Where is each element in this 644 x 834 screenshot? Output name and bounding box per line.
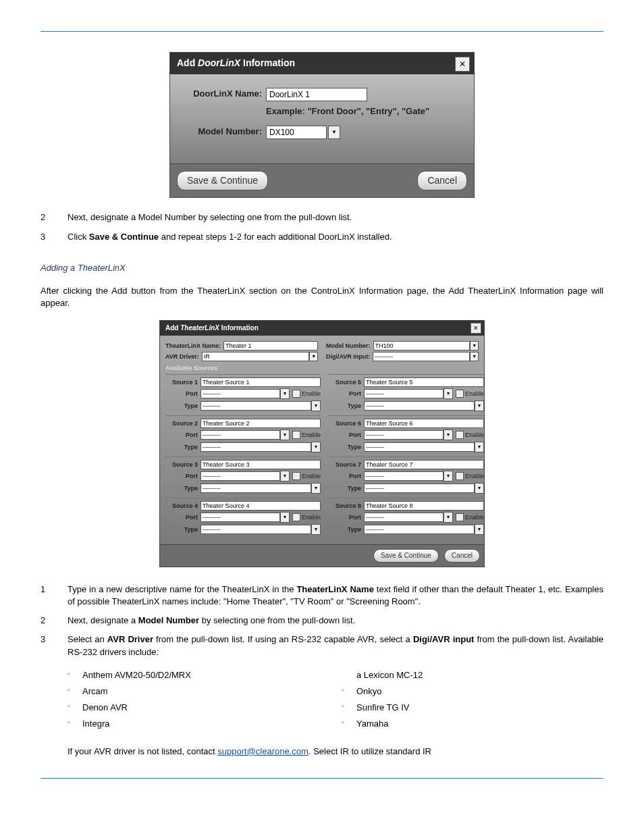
th-step-2-num: 2 (41, 615, 68, 627)
header-rule (41, 31, 603, 32)
chevron-down-icon[interactable]: ▼ (475, 483, 484, 494)
type-label: Type (165, 525, 200, 534)
source-label: Source 4 (165, 502, 200, 511)
port-input[interactable] (200, 513, 280, 522)
model-number-select[interactable]: ▼ (266, 126, 463, 139)
doorlinx-name-input[interactable] (266, 88, 367, 101)
port-input[interactable] (364, 430, 444, 440)
chevron-down-icon[interactable]: ▼ (444, 429, 453, 440)
avr-item: Sunfire TG IV (356, 702, 603, 714)
avr-item: Yamaha (356, 718, 603, 730)
avr-driver-label: AVR Driver: (165, 353, 199, 361)
source-name-input[interactable] (364, 460, 484, 469)
type-label: Type (165, 443, 200, 452)
type-input[interactable] (200, 401, 311, 411)
port-input[interactable] (200, 471, 280, 481)
save-continue-button[interactable]: Save & Continue (373, 549, 439, 563)
bullet-icon: ▫ (68, 685, 82, 698)
doorlinx-name-label: DoorLinX Name: (181, 88, 266, 100)
type-input[interactable] (200, 525, 311, 534)
bullet-icon: ▫ (342, 718, 356, 730)
enable-checkbox[interactable]: Enable (292, 513, 321, 522)
add-doorlinx-dialog: Add DoorLinX Information ✕ DoorLinX Name… (169, 52, 475, 198)
chevron-down-icon[interactable]: ▼ (444, 512, 453, 523)
chevron-down-icon[interactable]: ▼ (280, 471, 290, 481)
cancel-button[interactable]: Cancel (417, 171, 467, 191)
add-theaterlinx-dialog: Add TheaterLinX Information ✕ TheaterLin… (159, 320, 485, 567)
enable-checkbox[interactable]: Enable (292, 390, 321, 398)
digi-avr-input[interactable] (373, 352, 470, 361)
chevron-down-icon[interactable]: ▼ (280, 388, 290, 399)
th-step-3-num: 3 (41, 633, 68, 658)
enable-checkbox[interactable]: Enable (292, 472, 321, 481)
avr-item: Arcam (82, 685, 329, 698)
port-label: Port (165, 472, 200, 481)
enable-checkbox[interactable]: Enable (292, 431, 321, 440)
bullet-icon: ▫ (342, 685, 356, 698)
source-label: Source 7 (329, 461, 364, 469)
model-number-input[interactable] (373, 341, 471, 350)
bullet-icon: ▫ (68, 669, 82, 681)
th-step-2-text: Next, designate a Model Number by select… (68, 615, 603, 627)
enable-checkbox[interactable]: Enable (456, 431, 484, 440)
support-email-link[interactable]: support@clearone.com (217, 746, 308, 756)
type-label: Type (165, 402, 200, 411)
save-continue-button[interactable]: Save & Continue (177, 171, 268, 191)
source-name-input[interactable] (200, 460, 321, 469)
chevron-down-icon[interactable]: ▼ (311, 400, 321, 411)
close-icon[interactable]: ✕ (471, 323, 481, 334)
chevron-down-icon[interactable]: ▼ (311, 483, 321, 494)
type-input[interactable] (364, 484, 475, 493)
chevron-down-icon[interactable]: ▼ (470, 352, 479, 361)
chevron-down-icon[interactable]: ▼ (470, 341, 479, 350)
port-input[interactable] (364, 513, 444, 522)
chevron-down-icon[interactable]: ▼ (328, 126, 340, 139)
port-input[interactable] (364, 389, 444, 398)
source-name-input[interactable] (364, 501, 484, 511)
adding-theaterlinx-heading: Adding a TheaterLinX (41, 262, 603, 274)
avr-item: Anthem AVM20-50/D2/MRX (82, 669, 329, 681)
port-input[interactable] (364, 471, 444, 481)
enable-checkbox[interactable]: Enable (456, 513, 484, 522)
bullet-icon: ▫ (68, 718, 82, 730)
chevron-down-icon[interactable]: ▼ (475, 400, 484, 411)
source-name-input[interactable] (200, 501, 321, 511)
close-icon[interactable]: ✕ (455, 57, 470, 72)
type-input[interactable] (364, 442, 475, 452)
source-name-input[interactable] (364, 377, 484, 387)
type-label: Type (329, 484, 364, 493)
type-input[interactable] (364, 401, 475, 411)
port-input[interactable] (200, 389, 280, 398)
th-step-1-num: 1 (41, 583, 68, 608)
source-name-input[interactable] (364, 419, 484, 428)
type-label: Type (329, 525, 364, 534)
source-name-input[interactable] (200, 419, 321, 428)
chevron-down-icon[interactable]: ▼ (311, 442, 321, 452)
type-label: Type (329, 443, 364, 452)
type-input[interactable] (200, 484, 311, 493)
chevron-down-icon[interactable]: ▼ (309, 352, 318, 361)
cancel-button[interactable]: Cancel (444, 549, 480, 563)
chevron-down-icon[interactable]: ▼ (475, 524, 484, 535)
model-number-value[interactable] (266, 126, 327, 139)
avr-item: Integra (82, 718, 329, 730)
chevron-down-icon[interactable]: ▼ (311, 524, 321, 535)
chevron-down-icon[interactable]: ▼ (475, 442, 484, 452)
avr-item: a Lexicon MC-12 (356, 669, 603, 681)
port-input[interactable] (200, 430, 280, 440)
chevron-down-icon[interactable]: ▼ (444, 471, 453, 481)
chevron-down-icon[interactable]: ▼ (280, 429, 290, 440)
enable-checkbox[interactable]: Enable (456, 390, 484, 398)
type-input[interactable] (200, 442, 311, 452)
dialog1-title: Add DoorLinX Information (170, 53, 474, 74)
theaterlinx-name-input[interactable] (223, 341, 318, 350)
enable-checkbox[interactable]: Enable (456, 472, 484, 481)
chevron-down-icon[interactable]: ▼ (444, 388, 453, 399)
chevron-down-icon[interactable]: ▼ (280, 512, 290, 523)
avr-driver-input[interactable] (202, 352, 309, 361)
source-label: Source 5 (329, 378, 364, 387)
source-name-input[interactable] (200, 377, 321, 387)
port-label: Port (329, 390, 364, 398)
type-input[interactable] (364, 525, 475, 534)
source-label: Source 2 (165, 419, 200, 428)
